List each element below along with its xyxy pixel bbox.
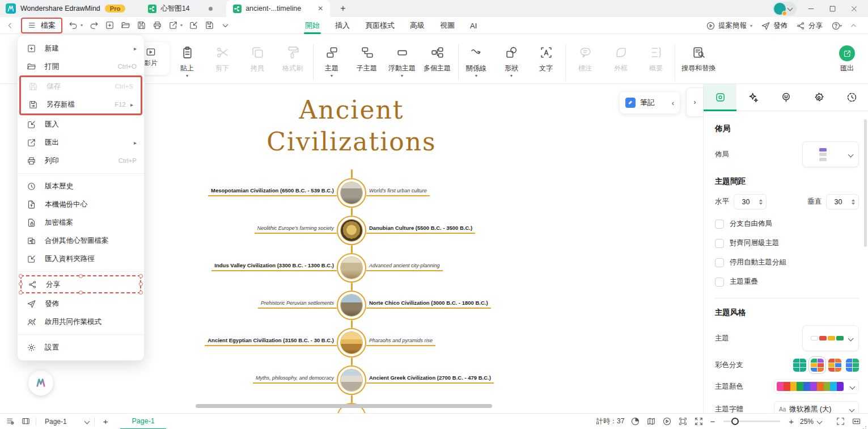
menu-item-列印[interactable]: 列印Ctrl+P <box>18 152 144 170</box>
page-tab-active[interactable]: Page-1 <box>120 414 166 429</box>
timeline-node[interactable] <box>337 365 366 395</box>
ribbon-export-button[interactable]: 匯出 <box>830 45 864 73</box>
ai-assistant-button[interactable] <box>28 371 53 396</box>
selection-handle[interactable] <box>139 291 143 295</box>
selection-handle[interactable] <box>139 282 143 286</box>
tab-ai-style[interactable] <box>736 84 769 111</box>
ribbon-tab-高級[interactable]: 高級 <box>410 17 425 34</box>
panel-scrollbar[interactable] <box>864 119 867 247</box>
menu-item-發佈[interactable]: 發佈 <box>18 295 144 313</box>
ribbon-tab-開始[interactable]: 開始 <box>305 17 320 34</box>
tab-layout[interactable] <box>704 84 736 111</box>
menu-item-匯出[interactable]: 匯出▸ <box>18 133 144 152</box>
checkbox-對齊同層級主題[interactable]: 對齊同層級主題 <box>715 238 859 248</box>
collapse-ribbon-icon[interactable] <box>849 22 858 30</box>
checkbox-停用自動主題分組[interactable]: 停用自動主題分組 <box>715 258 859 267</box>
maximize-button[interactable] <box>825 1 840 16</box>
checkbox-主題重疊[interactable]: 主題重疊 <box>715 277 859 287</box>
tab-sticker[interactable] <box>769 84 802 111</box>
outline-view-icon[interactable] <box>6 417 15 426</box>
topic-label[interactable]: Norte Chico Civilization (3000 B.C. - 18… <box>366 300 491 309</box>
help-button[interactable]: ▾ <box>831 21 842 31</box>
topic-note[interactable]: Pharaohs and pyramids rise <box>366 338 435 346</box>
ribbon-tab-視圖[interactable]: 視圖 <box>440 17 455 34</box>
resize-grip[interactable] <box>861 422 866 427</box>
checkbox-icon[interactable] <box>715 258 724 267</box>
timeline-node[interactable] <box>337 253 366 283</box>
zoom-level-dropdown[interactable]: 25% <box>800 418 822 426</box>
redo-icon[interactable] <box>89 20 99 30</box>
topic-label[interactable]: Indus Valley Civilization (3300 B.C. - 1… <box>211 262 337 271</box>
checkbox-分支自由佈局[interactable]: 分支自由佈局 <box>715 219 859 229</box>
document-tab-active[interactable]: ancient-...timeline ✕ <box>226 0 330 17</box>
caret-down-icon[interactable]: ▾ <box>313 74 350 78</box>
checkbox-icon[interactable] <box>715 239 724 248</box>
topic-note[interactable]: Advanced ancient city-planning <box>366 263 443 271</box>
caret-down-icon[interactable]: ▾ <box>383 74 421 78</box>
theme-dropdown[interactable] <box>802 325 859 351</box>
horizontal-spacing-stepper[interactable]: 30 <box>734 194 767 209</box>
timeline-node[interactable] <box>337 178 366 208</box>
stepper-arrows[interactable] <box>850 199 858 205</box>
selection-handle[interactable] <box>79 291 83 295</box>
ribbon-shape-button[interactable]: 形狀▾ <box>493 45 530 78</box>
tab-close-icon[interactable]: ✕ <box>317 5 323 12</box>
add-page-button[interactable]: + <box>103 417 108 426</box>
checkbox-icon[interactable] <box>715 220 724 229</box>
save-as-icon[interactable] <box>205 20 214 30</box>
zoom-out-button[interactable]: − <box>710 417 715 426</box>
timeline-node[interactable] <box>337 216 366 245</box>
ribbon-subtopic-button[interactable]: 子主題 <box>348 45 386 73</box>
open-folder-icon[interactable] <box>121 20 130 30</box>
minimize-button[interactable] <box>803 1 818 16</box>
menu-item-設置[interactable]: 設置 <box>18 338 144 356</box>
branch-style-button-3[interactable] <box>828 359 841 372</box>
timer-pie-icon[interactable] <box>630 417 640 426</box>
chevron-left-icon[interactable]: ‹ <box>672 99 674 107</box>
menu-item-本機備份中心[interactable]: 本機備份中心 <box>18 195 144 213</box>
menu-item-匯入資料夾路徑[interactable]: 匯入資料夾路徑 <box>18 250 144 268</box>
user-avatar[interactable] <box>774 3 786 15</box>
topic-label[interactable]: Ancient Greek Civilization (2700 B.C. - … <box>366 375 494 384</box>
publish-button[interactable]: 發佈 <box>761 21 787 31</box>
topic-note[interactable]: Neolithic Europe's farming society <box>255 225 337 234</box>
menu-item-儲存[interactable]: 儲存Ctrl+S <box>21 77 141 95</box>
menu-item-另存新檔[interactable]: 另存新檔F12▸ <box>21 95 141 113</box>
document-tab-inactive[interactable]: 心智图14 <box>141 0 226 17</box>
slideshow-icon[interactable] <box>21 417 31 426</box>
checkbox-icon[interactable] <box>715 277 724 287</box>
new-document-icon[interactable] <box>105 20 115 30</box>
share-button[interactable]: 分享 <box>796 21 823 31</box>
fit-frame-icon[interactable] <box>678 417 688 426</box>
vertical-spacing-stepper[interactable]: 30 <box>826 194 859 209</box>
selection-handle[interactable] <box>139 274 143 278</box>
topic-note[interactable]: Prehistoric Peruvian settlements <box>258 300 337 309</box>
ribbon-topic-button[interactable]: 主題▾ <box>313 45 350 78</box>
undo-icon[interactable] <box>69 20 78 30</box>
ribbon-findreplace-button[interactable]: 搜尋和替換 <box>670 45 727 73</box>
menu-item-加密檔案[interactable]: 加密檔案 <box>18 213 144 232</box>
ribbon-paste-button[interactable]: 貼上▾ <box>168 45 206 78</box>
ribbon-tab-頁面樣式[interactable]: 頁面樣式 <box>365 17 395 34</box>
stepper-arrows[interactable] <box>757 199 766 205</box>
ribbon-relation-button[interactable]: 關係線▾ <box>458 45 495 78</box>
timeline-node[interactable] <box>337 328 366 358</box>
play-circle-icon[interactable] <box>662 417 672 426</box>
layout-dropdown[interactable] <box>802 141 859 167</box>
horizontal-scrollbar[interactable] <box>196 404 492 408</box>
account-menu[interactable] <box>773 2 797 16</box>
selection-handle[interactable] <box>19 282 23 286</box>
ribbon-tab-插入[interactable]: 插入 <box>335 17 350 34</box>
ribbon-text-button[interactable]: 文字 <box>527 45 565 73</box>
ribbon-floating-button[interactable]: 浮動主題▾ <box>383 45 421 78</box>
menu-item-版本歷史[interactable]: 版本歷史 <box>18 177 144 195</box>
notes-button[interactable]: 筆記 ‹ <box>620 92 680 113</box>
menu-item-啟用共同作業模式[interactable]: 啟用共同作業模式 <box>18 313 144 331</box>
topic-note[interactable]: World's first urban culture <box>366 188 430 196</box>
caret-down-icon[interactable]: ▾ <box>458 74 495 78</box>
page-select-dropdown[interactable]: Page-1 <box>45 418 89 426</box>
new-tab-button[interactable]: + <box>337 3 349 14</box>
zoom-slider-knob[interactable] <box>731 418 739 425</box>
back-icon[interactable] <box>6 21 15 30</box>
topic-label[interactable]: Danubian Culture (5500 B.C. - 3500 B.C.) <box>366 225 475 234</box>
